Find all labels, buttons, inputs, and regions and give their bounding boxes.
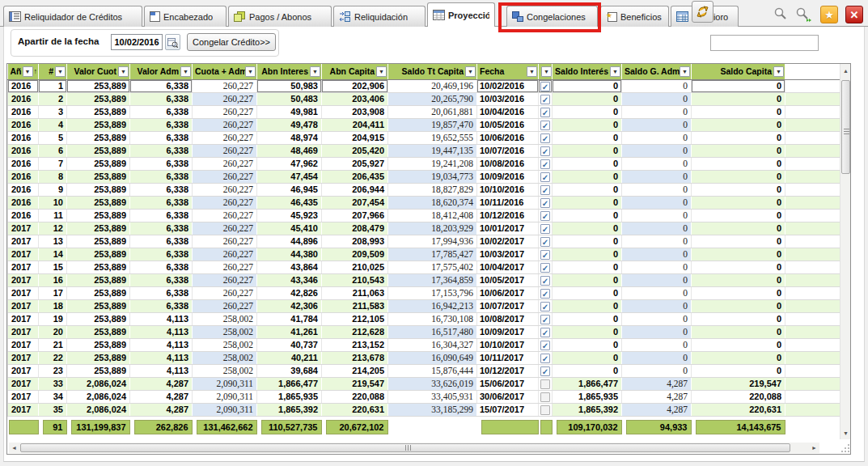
cell-saldo_capital[interactable]: 0 xyxy=(692,364,785,377)
cell-num[interactable]: 14 xyxy=(39,248,67,261)
cell-saldo_g_adm[interactable]: 0 xyxy=(622,273,692,286)
cell-saldo_g_adm[interactable]: 0 xyxy=(622,261,692,273)
cell-abn_interes[interactable]: 48,469 xyxy=(257,144,322,157)
vertical-scroll-thumb[interactable] xyxy=(841,80,850,174)
cell-saldo_tt[interactable]: 20,061,881 xyxy=(388,105,477,118)
row-checkbox-checked[interactable]: ✓ xyxy=(540,263,550,273)
col-header-saldo_tt[interactable]: Saldo Tt Capita▼ xyxy=(388,64,477,79)
cell-num[interactable]: 23 xyxy=(39,364,67,377)
cell-abn_capital[interactable]: 207,454 xyxy=(322,196,388,209)
cell-valor_adm[interactable]: 6,338 xyxy=(130,299,193,312)
col-header-abn_capital[interactable]: Abn Capita▼ xyxy=(322,64,388,79)
cell-saldo_capital[interactable]: 219,547 xyxy=(692,377,785,390)
cell-saldo_g_adm[interactable]: 0 xyxy=(622,170,692,183)
cell-fecha[interactable]: 10/04/2016 xyxy=(477,105,539,118)
cell-chk[interactable]: ✓ xyxy=(539,325,553,338)
cell-saldo_tt[interactable]: 19,447,135 xyxy=(388,144,477,157)
cell-saldo_g_adm[interactable]: 0 xyxy=(622,144,692,157)
cell-saldo_g_adm[interactable]: 0 xyxy=(622,235,692,248)
row-checkbox-checked[interactable]: ✓ xyxy=(540,185,550,195)
tab-beneficios[interactable]: ★ Beneficios xyxy=(600,6,669,27)
row-checkbox-unchecked[interactable] xyxy=(540,405,550,415)
cell-saldo_tt[interactable]: 17,153,796 xyxy=(388,286,477,299)
cell-num[interactable]: 16 xyxy=(39,273,67,286)
row-checkbox-checked[interactable]: ✓ xyxy=(540,302,550,311)
filter-dropdown-icon[interactable]: ▼ xyxy=(118,66,129,77)
cell-ano[interactable]: 2017 xyxy=(8,222,39,235)
cell-num[interactable]: 2 xyxy=(39,92,67,105)
cell-saldo_capital[interactable]: 0 xyxy=(692,183,785,196)
cell-valor_adm[interactable]: 6,338 xyxy=(130,79,193,92)
cell-fecha[interactable]: 10/07/2016 xyxy=(477,144,539,157)
row-checkbox-checked[interactable]: ✓ xyxy=(540,289,550,299)
cell-fecha[interactable]: 30/06/2017 xyxy=(477,390,539,403)
tab-pagos-abonos[interactable]: Pagos / Abonos xyxy=(228,6,332,27)
scroll-right-arrow[interactable]: ► xyxy=(809,443,819,453)
cell-cuota_adm[interactable]: 260,227 xyxy=(193,92,257,105)
cell-cuota_adm[interactable]: 260,227 xyxy=(193,196,257,209)
filter-dropdown-icon[interactable]: ▼ xyxy=(310,66,320,77)
cell-fecha[interactable]: 10/12/2016 xyxy=(477,209,539,222)
row-checkbox-checked[interactable]: ✓ xyxy=(540,237,550,247)
cell-num[interactable]: 33 xyxy=(39,377,67,390)
filter-dropdown-icon[interactable]: ▼ xyxy=(23,66,33,77)
date-lookup-button[interactable] xyxy=(165,34,180,50)
cell-saldo_interes[interactable]: 0 xyxy=(553,144,622,157)
cell-valor_cuota[interactable]: 253,889 xyxy=(67,118,130,131)
col-header-abn_interes[interactable]: Abn Interes▼ xyxy=(257,64,322,79)
cell-saldo_tt[interactable]: 16,090,649 xyxy=(388,351,477,364)
cell-saldo_capital[interactable]: 0 xyxy=(692,118,785,131)
cell-saldo_g_adm[interactable]: 0 xyxy=(622,248,692,261)
cell-fecha[interactable]: 10/08/2017 xyxy=(477,312,539,325)
cell-abn_capital[interactable]: 210,025 xyxy=(322,261,388,273)
cell-valor_cuota[interactable]: 253,889 xyxy=(67,105,130,118)
col-header-fecha[interactable]: Fecha▼ xyxy=(477,64,539,79)
cell-num[interactable]: 10 xyxy=(39,196,67,209)
cell-num[interactable]: 15 xyxy=(39,261,67,273)
cell-abn_interes[interactable]: 1,865,392 xyxy=(257,403,322,416)
cell-valor_cuota[interactable]: 2,086,024 xyxy=(67,403,130,416)
cell-saldo_capital[interactable]: 0 xyxy=(692,338,785,351)
cell-fecha[interactable]: 10/03/2017 xyxy=(477,248,539,261)
cell-saldo_interes[interactable]: 0 xyxy=(553,325,622,338)
cell-valor_cuota[interactable]: 253,889 xyxy=(67,170,130,183)
cell-saldo_g_adm[interactable]: 0 xyxy=(622,105,692,118)
cell-abn_capital[interactable]: 203,908 xyxy=(322,105,388,118)
cell-cuota_adm[interactable]: 260,227 xyxy=(193,131,257,144)
scroll-left-arrow[interactable]: ◄ xyxy=(9,443,19,453)
cell-saldo_capital[interactable]: 0 xyxy=(692,196,785,209)
cell-fecha[interactable]: 10/07/2017 xyxy=(477,299,539,312)
cell-chk[interactable]: ✓ xyxy=(539,183,553,196)
cell-saldo_interes[interactable]: 0 xyxy=(553,196,622,209)
cell-saldo_interes[interactable]: 0 xyxy=(553,209,622,222)
cell-chk[interactable]: ✓ xyxy=(539,131,553,144)
cell-valor_cuota[interactable]: 253,889 xyxy=(67,235,130,248)
cell-ano[interactable]: 2017 xyxy=(8,273,39,286)
cell-saldo_interes[interactable]: 0 xyxy=(553,351,622,364)
cell-saldo_tt[interactable]: 19,857,470 xyxy=(388,118,477,131)
filter-dropdown-icon[interactable]: ▼ xyxy=(376,66,387,77)
cell-saldo_g_adm[interactable]: 0 xyxy=(622,312,692,325)
cell-saldo_g_adm[interactable]: 0 xyxy=(622,325,692,338)
cell-ano[interactable]: 2017 xyxy=(8,261,39,273)
col-header-saldo_interes[interactable]: Saldo Interés▼ xyxy=(553,64,622,79)
cell-saldo_g_adm[interactable]: 4,287 xyxy=(622,390,692,403)
cell-num[interactable]: 22 xyxy=(39,351,67,364)
filter-dropdown-icon[interactable]: ▼ xyxy=(465,66,476,77)
cell-cuota_adm[interactable]: 2,090,311 xyxy=(193,377,257,390)
cell-saldo_tt[interactable]: 19,241,208 xyxy=(388,157,477,170)
row-checkbox-unchecked[interactable] xyxy=(540,392,550,402)
cell-num[interactable]: 3 xyxy=(39,105,67,118)
cell-num[interactable]: 20 xyxy=(39,325,67,338)
cell-num[interactable]: 6 xyxy=(39,144,67,157)
cell-saldo_capital[interactable]: 220,631 xyxy=(692,403,785,416)
cell-valor_adm[interactable]: 6,338 xyxy=(130,196,193,209)
cell-chk[interactable]: ✓ xyxy=(539,248,553,261)
cell-saldo_capital[interactable]: 0 xyxy=(692,144,785,157)
cell-chk[interactable]: ✓ xyxy=(539,364,553,377)
cell-fecha[interactable]: 10/05/2016 xyxy=(477,118,539,131)
cell-abn_interes[interactable]: 39,684 xyxy=(257,364,322,377)
cell-fecha[interactable]: 10/10/2017 xyxy=(477,338,539,351)
cell-valor_cuota[interactable]: 253,889 xyxy=(67,273,130,286)
cell-saldo_interes[interactable]: 0 xyxy=(553,157,622,170)
